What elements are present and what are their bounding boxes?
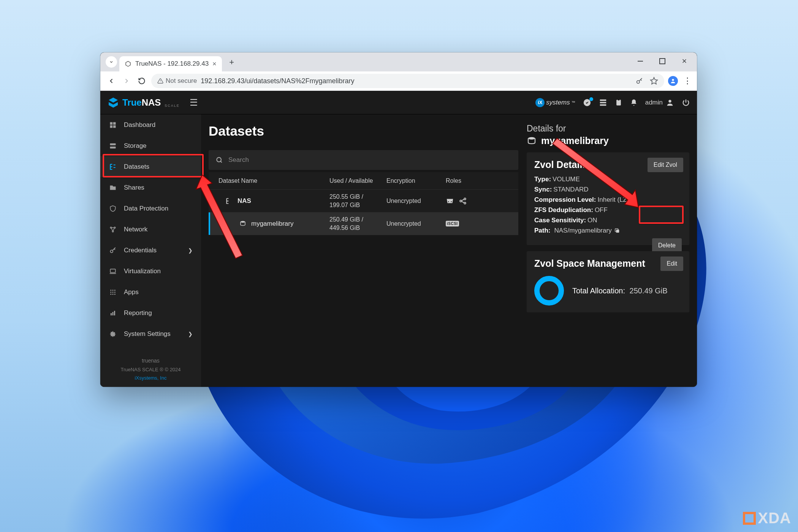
alerts-bell-icon[interactable]	[630, 98, 638, 107]
svg-point-21	[110, 291, 111, 293]
sidebar-item-dashboard[interactable]: Dashboard	[100, 114, 201, 135]
svg-point-18	[110, 290, 111, 291]
chevron-right-icon: ❯	[188, 247, 193, 253]
svg-rect-9	[110, 125, 113, 128]
dashboard-icon	[109, 121, 117, 129]
svg-point-2	[672, 79, 674, 81]
nav-forward-button[interactable]	[121, 75, 132, 87]
app-header: TrueNAS SCALE ☰ iXsystems™	[100, 91, 697, 114]
toolbar-right: ⋮	[668, 76, 692, 86]
nav-reload-button[interactable]	[136, 75, 147, 87]
truenas-favicon-icon	[125, 60, 131, 67]
nav-back-button[interactable]	[106, 75, 117, 87]
svg-point-23	[114, 291, 116, 293]
gear-icon	[109, 330, 117, 338]
table-row[interactable]: mygamelibrary 250.49 GiB /449.56 GiB Une…	[209, 212, 518, 235]
apps-icon	[109, 289, 117, 296]
xda-square-icon	[743, 512, 756, 525]
edit-zvol-button[interactable]: Edit Zvol	[648, 158, 683, 172]
svg-point-22	[112, 291, 114, 293]
footer-copyright: TrueNAS SCALE ® © 2024	[100, 366, 201, 374]
svg-point-31	[448, 201, 449, 202]
sidebar-item-apps[interactable]: Apps	[100, 282, 201, 302]
window-minimize-button[interactable]	[629, 52, 651, 70]
sidebar-item-datasets[interactable]: Datasets	[100, 156, 201, 177]
sidebar-item-credentials[interactable]: Credentials ❯	[100, 240, 201, 261]
sidebar-item-storage[interactable]: Storage	[100, 135, 201, 156]
svg-rect-12	[110, 146, 116, 148]
sidebar-footer: truenas TrueNAS SCALE ® © 2024 iXsystems…	[100, 350, 201, 387]
sidebar-item-data-protection[interactable]: Data Protection	[100, 198, 201, 219]
address-bar[interactable]: Not secure 192.168.29.43/ui/datasets/NAS…	[151, 74, 664, 88]
col-roles: Roles	[443, 177, 518, 184]
system-role-icon	[446, 197, 454, 205]
tab-strip: TrueNAS - 192.168.29.43 × + ×	[100, 52, 697, 71]
main-content: Datasets Search Dataset Name Used / Avai…	[201, 114, 697, 387]
brand-sub: SCALE	[165, 104, 180, 109]
zvol-icon	[239, 220, 247, 227]
jobs-icon[interactable]	[599, 98, 607, 107]
svg-point-20	[114, 290, 116, 291]
svg-rect-28	[112, 312, 114, 315]
svg-point-25	[112, 293, 114, 294]
col-used: Used / Available	[329, 177, 386, 184]
svg-rect-17	[110, 269, 115, 272]
space-title: Zvol Space Management	[534, 258, 682, 269]
chrome-menu-button[interactable]: ⋮	[683, 76, 692, 86]
dataset-search[interactable]: Search	[209, 150, 518, 170]
details-panel: Details for mygamelibrary Zvol Details E…	[527, 121, 689, 387]
svg-point-19	[112, 290, 114, 291]
truenas-logo[interactable]: TrueNAS SCALE	[107, 97, 180, 109]
share-role-icon	[459, 197, 467, 205]
col-name: Dataset Name	[209, 177, 329, 184]
user-menu[interactable]: admin	[645, 98, 674, 107]
browser-toolbar: Not secure 192.168.29.43/ui/datasets/NAS…	[100, 71, 697, 91]
svg-rect-4	[616, 100, 621, 105]
password-key-icon[interactable]	[635, 77, 644, 85]
storage-icon	[109, 142, 117, 150]
power-icon[interactable]	[682, 98, 690, 107]
browser-window: TrueNAS - 192.168.29.43 × + × Not secure…	[100, 52, 697, 387]
ixsystems-link[interactable]: iXsystems™	[535, 98, 575, 107]
table-header: Dataset Name Used / Available Encryption…	[209, 172, 518, 190]
svg-rect-8	[113, 122, 116, 125]
bookmark-star-icon[interactable]	[650, 77, 658, 85]
clipboard-icon[interactable]	[615, 98, 622, 107]
tab-close-button[interactable]: ×	[212, 60, 217, 68]
truenas-app: TrueNAS SCALE ☰ iXsystems™	[100, 91, 697, 387]
svg-rect-7	[110, 122, 113, 125]
sidebar-item-reporting[interactable]: Reporting	[100, 302, 201, 323]
profile-avatar[interactable]	[668, 76, 678, 86]
svg-point-37	[528, 137, 535, 139]
sidebar-item-system-settings[interactable]: System Settings ❯	[100, 323, 201, 344]
svg-rect-11	[110, 143, 116, 145]
search-placeholder: Search	[228, 156, 249, 164]
chart-icon	[109, 310, 117, 317]
window-maximize-button[interactable]	[651, 52, 673, 70]
status-icon[interactable]	[583, 98, 591, 107]
tab-search-button[interactable]	[106, 56, 117, 68]
security-chip[interactable]: Not secure	[157, 77, 197, 85]
svg-rect-29	[114, 311, 115, 315]
sidebar-item-shares[interactable]: Shares	[100, 177, 201, 198]
not-secure-label: Not secure	[166, 77, 197, 85]
svg-rect-27	[111, 313, 112, 315]
brand-nas: NAS	[142, 97, 161, 108]
edit-space-button[interactable]: Edit	[660, 256, 683, 271]
url-text: 192.168.29.43/ui/datasets/NAS%2Fmygameli…	[201, 77, 354, 85]
key-icon	[109, 247, 117, 254]
browser-tab[interactable]: TrueNAS - 192.168.29.43 ×	[119, 56, 222, 71]
sidebar-toggle-button[interactable]: ☰	[190, 97, 198, 108]
network-icon	[109, 226, 117, 233]
sidebar-item-network[interactable]: Network	[100, 219, 201, 240]
pool-tree-icon	[225, 197, 233, 205]
delete-button[interactable]: Delete	[652, 238, 682, 253]
table-row[interactable]: NAS 250.55 GiB /199.07 GiB Unencrypted	[209, 190, 518, 212]
sidebar-item-virtualization[interactable]: Virtualization	[100, 261, 201, 282]
svg-point-14	[114, 227, 115, 228]
copy-icon[interactable]	[614, 228, 620, 234]
col-enc: Encryption	[386, 177, 443, 184]
new-tab-button[interactable]: +	[225, 55, 239, 69]
footer-ix-link[interactable]: iXsystems, Inc	[100, 374, 201, 382]
window-close-button[interactable]: ×	[673, 52, 695, 70]
